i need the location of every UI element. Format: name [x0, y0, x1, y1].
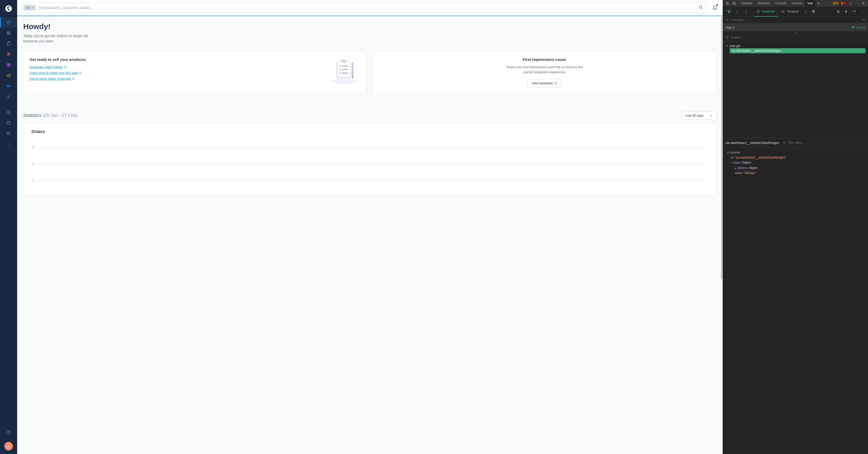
svg-point-44 [862, 10, 863, 11]
svg-rect-29 [342, 73, 348, 74]
svg-marker-31 [351, 76, 353, 79]
search-icon [699, 5, 703, 9]
notifications-button[interactable] [711, 3, 719, 12]
nav-add[interactable] [0, 107, 17, 118]
pick-component-icon[interactable] [835, 8, 842, 15]
nav-orders[interactable] [0, 38, 17, 49]
svg-rect-3 [8, 32, 10, 35]
avatar[interactable]: A [4, 442, 13, 451]
errors-badge[interactable]: ◧ 1 [840, 1, 847, 5]
svg-point-7 [9, 53, 10, 54]
state-body: ▼General id: "sw-dashboard__statisticDat… [723, 147, 868, 178]
y-tick: 0 [32, 162, 34, 166]
devtools-tabs: Network Elements Console Sources Vue ▲ 6… [723, 0, 868, 6]
nav-headless[interactable] [0, 128, 17, 139]
svg-rect-30 [351, 62, 353, 76]
search-input[interactable] [39, 6, 695, 10]
topbar: All [17, 0, 723, 16]
chevron-right-icon[interactable] [803, 9, 808, 15]
search-bar: All [21, 2, 707, 13]
refresh-icon[interactable] [862, 18, 865, 22]
nav-settings[interactable] [0, 91, 17, 102]
state-row-id[interactable]: id: "sw-dashboard__statisticDateRanges" [727, 155, 864, 160]
scrollbar[interactable] [721, 17, 723, 454]
tab-elements[interactable]: Elements [755, 0, 773, 6]
nav-content[interactable] [0, 60, 17, 70]
external-link-icon [64, 66, 67, 69]
devtools-close-icon[interactable] [861, 2, 867, 5]
card-feedback: First impressions count. Share your firs… [373, 51, 717, 94]
svg-rect-27 [342, 69, 348, 70]
svg-point-17 [8, 145, 9, 145]
search-icon [726, 36, 729, 39]
link-sales-channels[interactable]: Get to know Sales Channels [30, 77, 87, 81]
find-apps-input[interactable] [731, 18, 860, 22]
state-row-value[interactable]: ▼value: Object [727, 160, 864, 165]
performance-icon[interactable] [843, 8, 849, 15]
svg-point-38 [857, 4, 858, 4]
date-range-label: Last 30 days [685, 114, 704, 117]
notification-dot [716, 4, 718, 6]
svg-rect-9 [8, 64, 10, 65]
nav-extensions[interactable] [0, 81, 17, 91]
vue-tab-inspector[interactable]: Inspector [754, 6, 777, 17]
devtools-menu-icon[interactable] [854, 1, 861, 5]
target-icon [756, 9, 760, 13]
external-link-icon [72, 77, 75, 80]
app-version: 2.6.14 [851, 26, 865, 29]
search-button[interactable] [698, 4, 704, 11]
new-window-icon[interactable] [810, 8, 816, 15]
search-filter-label: All [26, 6, 30, 9]
tree-node-parent[interactable]: ▼ data.get [725, 44, 866, 48]
timeline-icon [781, 10, 785, 13]
link-first-sale[interactable]: Learn how to make your first sale [30, 71, 87, 75]
external-link-icon [79, 72, 82, 75]
tab-console[interactable]: Console [773, 0, 789, 6]
link-help-center[interactable]: Shopware Help Center [30, 65, 87, 69]
refresh-icon[interactable] [851, 8, 858, 15]
tab-sources[interactable]: Sources [789, 0, 805, 6]
tree-search-input[interactable] [731, 36, 865, 39]
y-tick: 0 [32, 146, 34, 149]
forward-icon[interactable] [742, 8, 749, 15]
nav-more[interactable] [0, 139, 17, 149]
vue-menu-icon[interactable] [859, 8, 866, 15]
device-toggle-icon[interactable] [731, 1, 737, 5]
greeting-subtitle: Today you've got the chance to shape the… [23, 33, 89, 44]
chevron-down-icon [710, 114, 713, 117]
vue-tab-timeline[interactable]: Timeline [779, 6, 801, 17]
filter-state-input[interactable] [787, 141, 865, 144]
svg-rect-42 [813, 10, 814, 11]
app-name: App 1 [726, 26, 734, 29]
scrollbar-thumb[interactable] [721, 17, 722, 279]
state-row-options[interactable]: ▶options: Object [727, 165, 864, 170]
devtools-settings-icon[interactable] [847, 1, 854, 5]
state-group-general[interactable]: ▼General [727, 150, 864, 155]
vue-logo-icon[interactable] [725, 8, 733, 16]
date-range-select[interactable]: Last 30 days [681, 111, 717, 120]
warnings-badge[interactable]: ▲ 6 [832, 1, 839, 5]
search-filter[interactable]: All [24, 5, 36, 10]
svg-point-40 [758, 11, 759, 12]
back-icon[interactable] [734, 8, 741, 15]
svg-rect-34 [734, 2, 735, 4]
nav-marketing[interactable] [0, 70, 17, 81]
y-tick: 0 [32, 179, 34, 182]
tab-vue[interactable]: Vue [805, 0, 815, 6]
main: All Howdy! Today you've got the chance t… [17, 0, 723, 454]
nav-dashboard[interactable] [0, 17, 17, 28]
greeting: Howdy! Today you've got the chance to sh… [23, 22, 717, 44]
state-row-inner-value[interactable]: value: "30Days" [727, 170, 864, 175]
nav-help[interactable] [0, 427, 17, 438]
logo[interactable] [0, 0, 17, 17]
app-row[interactable]: App 1 2.6.14 [723, 24, 868, 31]
tab-network[interactable]: Network [739, 0, 755, 6]
panel-collapse-handle[interactable]: ▴ [723, 31, 868, 34]
tabs-overflow-icon[interactable] [815, 2, 821, 5]
nav-storefront[interactable] [0, 118, 17, 128]
nav-customers[interactable] [0, 49, 17, 60]
tree-node-selected[interactable]: sw-dashboard__statisticDateRanges [730, 48, 866, 53]
nav-catalogues[interactable] [0, 28, 17, 38]
inspect-element-icon[interactable] [724, 1, 731, 5]
give-feedback-button[interactable]: Give feedback [528, 79, 562, 87]
